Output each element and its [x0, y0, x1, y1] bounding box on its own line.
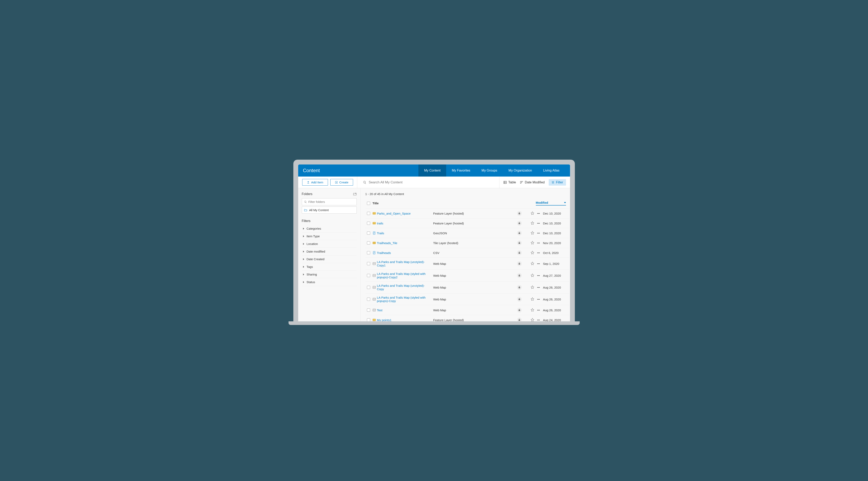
favorite-toggle[interactable] — [531, 241, 534, 245]
row-checkbox[interactable] — [367, 212, 370, 215]
svg-rect-6 — [373, 222, 376, 224]
item-modified-date: Dec 10, 2020 — [540, 232, 566, 235]
item-modified-date: Aug 27, 2020 — [540, 274, 566, 277]
column-title[interactable]: Title — [373, 202, 536, 205]
filter-tags[interactable]: Tags — [302, 263, 357, 271]
more-actions-button[interactable]: ··· — [537, 273, 540, 277]
more-actions-button[interactable]: ··· — [537, 308, 540, 312]
star-icon — [531, 273, 534, 277]
column-modified-label: Modified — [536, 201, 548, 204]
row-checkbox[interactable] — [367, 232, 370, 235]
favorite-toggle[interactable] — [531, 231, 534, 235]
tab-my-favorites[interactable]: My Favorites — [446, 164, 476, 177]
row-checkbox[interactable] — [367, 318, 370, 321]
favorite-toggle[interactable] — [531, 221, 534, 226]
table-header: Title Modified — [365, 199, 569, 208]
table-row: LA Parks and Trails Map (unstyled)-CopyW… — [365, 281, 569, 293]
sharing-badge[interactable] — [517, 318, 522, 321]
filter-sharing[interactable]: Sharing — [302, 271, 357, 278]
more-actions-button[interactable]: ··· — [537, 297, 540, 301]
select-all-checkbox[interactable] — [367, 202, 370, 205]
more-actions-button[interactable]: ··· — [537, 221, 540, 225]
table-row: Parks_and_Open_SpaceFeature Layer (hoste… — [365, 208, 569, 218]
item-title-link[interactable]: Test — [377, 308, 433, 312]
item-type-icon — [373, 274, 377, 277]
sort-desc-icon — [564, 202, 566, 204]
item-title-link[interactable]: Trailheads_Tile — [377, 241, 433, 245]
row-checkbox[interactable] — [367, 262, 370, 265]
lock-icon — [518, 212, 521, 215]
sharing-badge[interactable] — [517, 250, 522, 255]
more-actions-button[interactable]: ··· — [537, 241, 540, 245]
favorite-toggle[interactable] — [531, 297, 534, 301]
more-actions-button[interactable]: ··· — [537, 318, 540, 321]
row-checkbox[interactable] — [367, 274, 370, 277]
more-actions-button[interactable]: ··· — [537, 211, 540, 215]
filter-date-created[interactable]: Date Created — [302, 255, 357, 263]
item-title-link[interactable]: LA Parks and Trails Map (styled with pop… — [377, 272, 433, 279]
column-modified[interactable]: Modified — [536, 201, 566, 206]
create-button[interactable]: Create — [330, 179, 353, 186]
filter-location[interactable]: Location — [302, 240, 357, 248]
favorite-toggle[interactable] — [531, 211, 534, 216]
favorite-toggle[interactable] — [531, 262, 534, 266]
favorite-toggle[interactable] — [531, 251, 534, 255]
sharing-badge[interactable] — [517, 231, 522, 236]
row-checkbox[interactable] — [367, 221, 370, 225]
tab-my-groups[interactable]: My Groups — [476, 164, 503, 177]
row-checkbox[interactable] — [367, 286, 370, 289]
tab-living-atlas[interactable]: Living Atlas — [538, 164, 565, 177]
filter-label: Filter — [556, 181, 563, 184]
more-actions-button[interactable]: ··· — [537, 231, 540, 235]
item-title-link[interactable]: Parks_and_Open_Space — [377, 212, 433, 215]
item-title-link[interactable]: trails — [377, 221, 433, 225]
sort-toggle[interactable]: Date Modified — [520, 181, 545, 184]
item-type-label: Web Map — [433, 298, 477, 301]
favorite-toggle[interactable] — [531, 318, 534, 322]
filter-label: Sharing — [307, 273, 317, 276]
filter-status[interactable]: Status — [302, 278, 357, 286]
sharing-badge[interactable] — [517, 308, 522, 312]
sharing-badge[interactable] — [517, 297, 522, 302]
item-title-link[interactable]: Trailheads — [377, 251, 433, 254]
folder-all-my-content[interactable]: All My Content — [302, 207, 357, 214]
sharing-badge[interactable] — [517, 221, 522, 226]
filter-label: Categories — [307, 227, 321, 230]
table-row: LA Parks and Trails Map (styled with pop… — [365, 293, 569, 305]
star-icon — [531, 285, 534, 289]
filter-categories[interactable]: Categories — [302, 225, 357, 233]
sharing-badge[interactable] — [517, 261, 522, 266]
sharing-badge[interactable] — [517, 285, 522, 290]
row-checkbox[interactable] — [367, 308, 370, 312]
item-title-link[interactable]: LA Parks and Trails Map (unstyled)-Copy1 — [377, 260, 433, 267]
more-actions-button[interactable]: ··· — [537, 251, 540, 255]
search-input[interactable] — [369, 180, 494, 184]
item-title-link[interactable]: My points1 — [377, 318, 433, 322]
item-title-link[interactable]: LA Parks and Trails Map (styled with pop… — [377, 296, 433, 303]
row-checkbox[interactable] — [367, 241, 370, 244]
filter-label: Tags — [307, 265, 313, 268]
view-table-toggle[interactable]: Table — [503, 181, 516, 184]
filter-button[interactable]: Filter — [549, 179, 566, 186]
favorite-toggle[interactable] — [531, 308, 534, 312]
filter-item-type[interactable]: Item Type — [302, 233, 357, 240]
row-checkbox[interactable] — [367, 251, 370, 254]
item-title-link[interactable]: LA Parks and Trails Map (unstyled)-Copy — [377, 284, 433, 291]
new-folder-icon[interactable] — [353, 192, 357, 196]
favorite-toggle[interactable] — [531, 285, 534, 290]
tab-my-organization[interactable]: My Organization — [503, 164, 538, 177]
sharing-badge[interactable] — [517, 273, 522, 278]
row-checkbox[interactable] — [367, 298, 370, 301]
filter-folders-input[interactable] — [308, 200, 354, 204]
add-item-button[interactable]: Add Item — [302, 179, 328, 186]
star-icon — [531, 231, 534, 235]
item-title-link[interactable]: Trails — [377, 232, 433, 235]
sharing-badge[interactable] — [517, 211, 522, 216]
sharing-badge[interactable] — [517, 241, 522, 245]
chevron-right-icon — [303, 243, 305, 245]
more-actions-button[interactable]: ··· — [537, 285, 540, 289]
filter-date-modified[interactable]: Date modified — [302, 248, 357, 255]
more-actions-button[interactable]: ··· — [537, 262, 540, 266]
tab-my-content[interactable]: My Content — [418, 164, 446, 177]
favorite-toggle[interactable] — [531, 273, 534, 278]
